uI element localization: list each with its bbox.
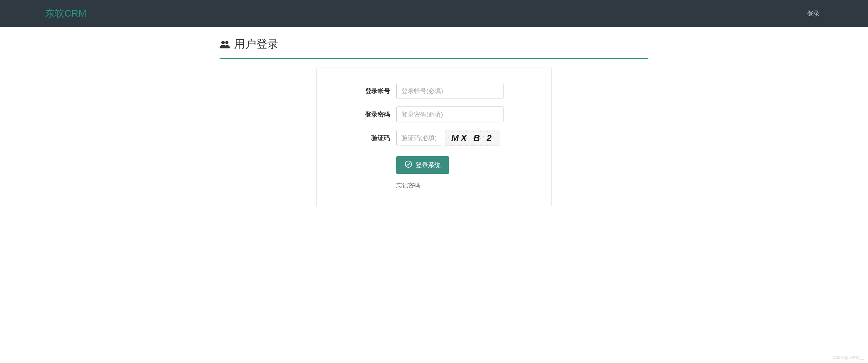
page-title: 用户登录 — [234, 37, 278, 52]
page-header: 用户登录 — [220, 27, 648, 59]
svg-point-2 — [405, 161, 412, 167]
captcha-label: 验证码 — [327, 134, 396, 142]
password-label: 登录密码 — [327, 110, 396, 119]
svg-point-1 — [225, 41, 229, 44]
account-input[interactable] — [396, 83, 504, 99]
forgot-password-link[interactable]: 忘记密码 — [396, 182, 420, 189]
login-card: 登录帐号 登录密码 验证码 MX B 2 登录系统 忘 — [316, 67, 552, 207]
captcha-row: 验证码 MX B 2 — [327, 130, 541, 146]
navbar: 东软CRM 登录 — [0, 0, 868, 27]
nav-login-link[interactable]: 登录 — [807, 9, 823, 18]
login-submit-label: 登录系统 — [416, 161, 441, 169]
main-container: 用户登录 登录帐号 登录密码 验证码 MX B 2 登录 — [213, 27, 655, 207]
password-input[interactable] — [396, 106, 504, 122]
password-row: 登录密码 — [327, 106, 541, 122]
captcha-input[interactable] — [396, 130, 441, 146]
check-circle-icon — [405, 160, 412, 170]
users-icon — [220, 40, 230, 48]
account-label: 登录帐号 — [327, 87, 396, 95]
account-row: 登录帐号 — [327, 83, 541, 99]
form-actions: 登录系统 忘记密码 — [396, 156, 541, 189]
captcha-image[interactable]: MX B 2 — [445, 130, 500, 146]
login-submit-button[interactable]: 登录系统 — [396, 156, 449, 174]
brand-link[interactable]: 东软CRM — [45, 7, 86, 20]
svg-point-0 — [221, 41, 225, 44]
